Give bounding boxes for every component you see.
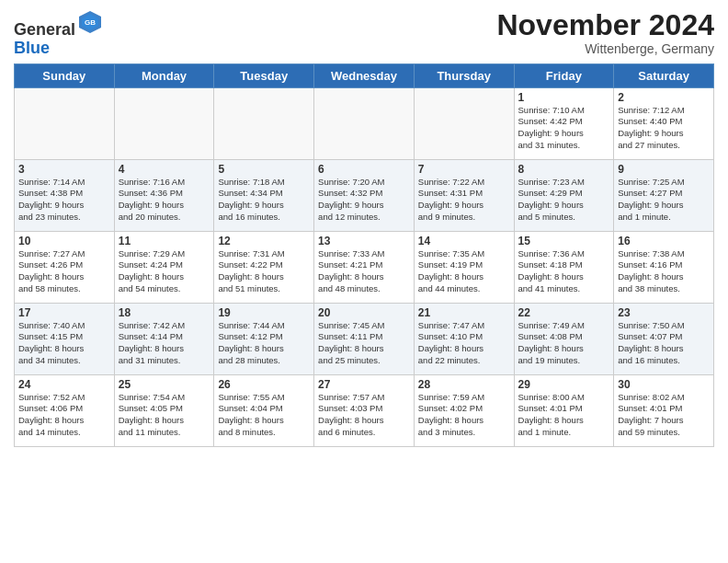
calendar-cell: 1Sunrise: 7:10 AM Sunset: 4:42 PM Daylig…: [514, 87, 614, 159]
calendar-week-5: 24Sunrise: 7:52 AM Sunset: 4:06 PM Dayli…: [15, 374, 714, 446]
day-number: 28: [418, 378, 510, 391]
logo-flag-icon: GB: [77, 9, 103, 35]
day-number: 16: [618, 235, 710, 247]
day-number: 26: [218, 378, 310, 391]
day-number: 21: [418, 306, 510, 319]
day-number: 4: [119, 163, 210, 176]
calendar-cell: [414, 87, 514, 159]
weekday-header-saturday: Saturday: [614, 63, 714, 87]
day-info: Sunrise: 7:36 AM Sunset: 4:18 PM Dayligh…: [518, 248, 610, 295]
day-info: Sunrise: 7:20 AM Sunset: 4:32 PM Dayligh…: [318, 177, 410, 224]
calendar-table: SundayMondayTuesdayWednesdayThursdayFrid…: [14, 63, 714, 447]
calendar-cell: 26Sunrise: 7:55 AM Sunset: 4:04 PM Dayli…: [214, 374, 314, 446]
day-info: Sunrise: 7:59 AM Sunset: 4:02 PM Dayligh…: [418, 392, 510, 439]
day-number: 17: [18, 306, 110, 319]
day-info: Sunrise: 7:16 AM Sunset: 4:36 PM Dayligh…: [119, 177, 210, 224]
day-info: Sunrise: 8:00 AM Sunset: 4:01 PM Dayligh…: [518, 392, 610, 439]
day-number: 24: [18, 378, 110, 391]
calendar-cell: 18Sunrise: 7:42 AM Sunset: 4:14 PM Dayli…: [114, 303, 214, 374]
calendar-cell: 21Sunrise: 7:47 AM Sunset: 4:10 PM Dayli…: [414, 303, 514, 374]
calendar-cell: 6Sunrise: 7:20 AM Sunset: 4:32 PM Daylig…: [314, 159, 415, 231]
calendar-body: 1Sunrise: 7:10 AM Sunset: 4:42 PM Daylig…: [15, 87, 714, 446]
weekday-header-friday: Friday: [514, 63, 614, 87]
day-number: 8: [518, 163, 610, 176]
day-info: Sunrise: 8:02 AM Sunset: 4:01 PM Dayligh…: [618, 392, 710, 439]
day-number: 2: [618, 91, 710, 104]
calendar-cell: 8Sunrise: 7:23 AM Sunset: 4:29 PM Daylig…: [514, 159, 614, 231]
day-info: Sunrise: 7:42 AM Sunset: 4:14 PM Dayligh…: [119, 320, 210, 367]
day-number: 12: [218, 235, 310, 247]
day-number: 25: [119, 378, 210, 391]
day-number: 6: [318, 163, 410, 176]
day-info: Sunrise: 7:23 AM Sunset: 4:29 PM Dayligh…: [518, 177, 610, 224]
day-number: 11: [119, 235, 210, 247]
day-number: 14: [418, 235, 510, 247]
day-info: Sunrise: 7:54 AM Sunset: 4:05 PM Dayligh…: [119, 392, 210, 439]
calendar-cell: 3Sunrise: 7:14 AM Sunset: 4:38 PM Daylig…: [15, 159, 115, 231]
day-info: Sunrise: 7:44 AM Sunset: 4:12 PM Dayligh…: [218, 320, 310, 367]
day-number: 20: [318, 306, 410, 319]
day-number: 22: [518, 306, 610, 319]
logo-blue-text: Blue: [14, 40, 103, 58]
title-section: November 2024 Wittenberge, Germany: [496, 9, 714, 56]
day-number: 3: [18, 163, 110, 176]
calendar-week-4: 17Sunrise: 7:40 AM Sunset: 4:15 PM Dayli…: [15, 303, 714, 374]
day-info: Sunrise: 7:47 AM Sunset: 4:10 PM Dayligh…: [418, 320, 510, 367]
day-info: Sunrise: 7:49 AM Sunset: 4:08 PM Dayligh…: [518, 320, 610, 367]
day-info: Sunrise: 7:12 AM Sunset: 4:40 PM Dayligh…: [618, 105, 710, 152]
calendar-cell: 13Sunrise: 7:33 AM Sunset: 4:21 PM Dayli…: [314, 231, 415, 303]
day-info: Sunrise: 7:18 AM Sunset: 4:34 PM Dayligh…: [218, 177, 310, 224]
day-info: Sunrise: 7:33 AM Sunset: 4:21 PM Dayligh…: [318, 248, 410, 295]
calendar-cell: [314, 87, 415, 159]
day-number: 1: [518, 91, 610, 104]
day-number: 27: [318, 378, 410, 391]
calendar-cell: 23Sunrise: 7:50 AM Sunset: 4:07 PM Dayli…: [614, 303, 714, 374]
calendar-cell: [114, 87, 214, 159]
day-info: Sunrise: 7:38 AM Sunset: 4:16 PM Dayligh…: [618, 248, 710, 295]
day-number: 7: [418, 163, 510, 176]
calendar-cell: 20Sunrise: 7:45 AM Sunset: 4:11 PM Dayli…: [314, 303, 415, 374]
day-number: 18: [119, 306, 210, 319]
day-info: Sunrise: 7:25 AM Sunset: 4:27 PM Dayligh…: [618, 177, 710, 224]
header: GeneralGB Blue November 2024 Wittenberge…: [14, 9, 714, 58]
day-info: Sunrise: 7:27 AM Sunset: 4:26 PM Dayligh…: [18, 248, 110, 295]
calendar-cell: 14Sunrise: 7:35 AM Sunset: 4:19 PM Dayli…: [414, 231, 514, 303]
weekday-header-monday: Monday: [114, 63, 214, 87]
day-number: 19: [218, 306, 310, 319]
calendar-cell: 4Sunrise: 7:16 AM Sunset: 4:36 PM Daylig…: [114, 159, 214, 231]
weekday-header-wednesday: Wednesday: [314, 63, 415, 87]
logo-general: General: [14, 20, 75, 39]
day-number: 29: [518, 378, 610, 391]
calendar-cell: 27Sunrise: 7:57 AM Sunset: 4:03 PM Dayli…: [314, 374, 415, 446]
calendar-cell: 11Sunrise: 7:29 AM Sunset: 4:24 PM Dayli…: [114, 231, 214, 303]
calendar-week-1: 1Sunrise: 7:10 AM Sunset: 4:42 PM Daylig…: [15, 87, 714, 159]
day-info: Sunrise: 7:40 AM Sunset: 4:15 PM Dayligh…: [18, 320, 110, 367]
calendar-cell: 16Sunrise: 7:38 AM Sunset: 4:16 PM Dayli…: [614, 231, 714, 303]
calendar-cell: 28Sunrise: 7:59 AM Sunset: 4:02 PM Dayli…: [414, 374, 514, 446]
weekday-header-tuesday: Tuesday: [214, 63, 314, 87]
weekday-header-thursday: Thursday: [414, 63, 514, 87]
day-number: 15: [518, 235, 610, 247]
day-number: 13: [318, 235, 410, 247]
day-info: Sunrise: 7:22 AM Sunset: 4:31 PM Dayligh…: [418, 177, 510, 224]
calendar-week-3: 10Sunrise: 7:27 AM Sunset: 4:26 PM Dayli…: [15, 231, 714, 303]
calendar-cell: [214, 87, 314, 159]
day-info: Sunrise: 7:52 AM Sunset: 4:06 PM Dayligh…: [18, 392, 110, 439]
day-info: Sunrise: 7:55 AM Sunset: 4:04 PM Dayligh…: [218, 392, 310, 439]
calendar-cell: 29Sunrise: 8:00 AM Sunset: 4:01 PM Dayli…: [514, 374, 614, 446]
calendar-cell: 17Sunrise: 7:40 AM Sunset: 4:15 PM Dayli…: [15, 303, 115, 374]
day-info: Sunrise: 7:45 AM Sunset: 4:11 PM Dayligh…: [318, 320, 410, 367]
logo: GeneralGB Blue: [14, 9, 103, 58]
page: GeneralGB Blue November 2024 Wittenberge…: [0, 0, 728, 563]
day-number: 9: [618, 163, 710, 176]
calendar-cell: 25Sunrise: 7:54 AM Sunset: 4:05 PM Dayli…: [114, 374, 214, 446]
calendar-header-row: SundayMondayTuesdayWednesdayThursdayFrid…: [15, 63, 714, 87]
calendar-cell: 5Sunrise: 7:18 AM Sunset: 4:34 PM Daylig…: [214, 159, 314, 231]
calendar-cell: 15Sunrise: 7:36 AM Sunset: 4:18 PM Dayli…: [514, 231, 614, 303]
day-info: Sunrise: 7:31 AM Sunset: 4:22 PM Dayligh…: [218, 248, 310, 295]
day-info: Sunrise: 7:57 AM Sunset: 4:03 PM Dayligh…: [318, 392, 410, 439]
day-number: 23: [618, 306, 710, 319]
day-number: 10: [18, 235, 110, 247]
day-info: Sunrise: 7:50 AM Sunset: 4:07 PM Dayligh…: [618, 320, 710, 367]
calendar-cell: 24Sunrise: 7:52 AM Sunset: 4:06 PM Dayli…: [15, 374, 115, 446]
